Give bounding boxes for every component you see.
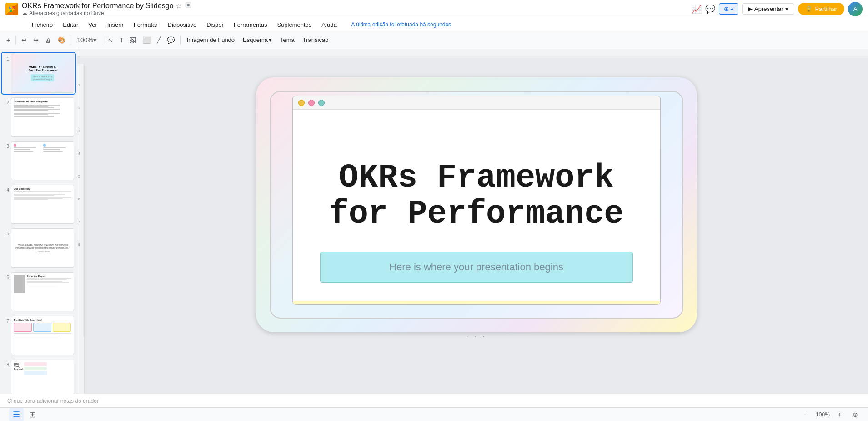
list-view-button[interactable]: ☰	[9, 408, 24, 421]
grid-view-button[interactable]: ⊞	[25, 408, 40, 421]
present-icon: ▶	[748, 5, 753, 12]
add-toolbar-button[interactable]: +	[4, 35, 13, 46]
zoom-out-button[interactable]: −	[801, 409, 810, 420]
slide-preview-1: OKRs Frameworkfor Performance Here is wh…	[11, 54, 74, 93]
slide-num-5: 5	[3, 228, 9, 236]
cloud-status-text: Alterações guardadas no Drive	[29, 10, 104, 16]
notes-placeholder: Clique para adicionar notas do orador	[7, 398, 99, 404]
share-label: Partilhar	[815, 5, 837, 12]
three-dots-indicator: · · ·	[466, 332, 487, 341]
toolbar: + ↩ ↪ 🖨 🎨 100% ▾ ↖ T 🖼 ⬜ ╱ 💬 Imagem de F…	[0, 31, 868, 49]
trend-icon[interactable]: 📈	[692, 4, 702, 14]
notes-area[interactable]: Clique para adicionar notas do orador	[0, 394, 868, 407]
browser-dot-teal	[318, 100, 325, 106]
image-button[interactable]: 🖼	[127, 35, 139, 46]
slide-canvas[interactable]: OKRs Framework for Performance Here is w…	[256, 77, 697, 332]
slide-canvas-wrapper: 1 2 3 4 5 6 7 8	[77, 64, 868, 394]
menu-ajuda[interactable]: Ajuda	[317, 20, 341, 29]
zoom-button[interactable]: 100% ▾	[74, 35, 99, 46]
browser-window[interactable]: OKRs Framework for Performance Here is w…	[292, 96, 661, 305]
browser-dot-yellow	[298, 100, 305, 106]
star-icon[interactable]: ☆	[176, 2, 182, 10]
svg-text:7: 7	[78, 220, 80, 223]
menu-suplementos[interactable]: Suplementos	[272, 20, 316, 29]
menu-ver[interactable]: Ver	[84, 20, 102, 29]
comment-toolbar-button[interactable]: 💬	[164, 35, 177, 46]
shape-button[interactable]: ⬜	[140, 35, 153, 46]
svg-text:6: 6	[78, 198, 80, 201]
slide-num-3: 3	[3, 141, 9, 149]
view-buttons: ☰ ⊞	[7, 406, 41, 421]
slide-thumb-1[interactable]: 1 OKRs Frameworkfor Performance Here is …	[2, 53, 75, 94]
paint-format-button[interactable]: 🎨	[55, 35, 68, 46]
transition-label[interactable]: Transição	[299, 35, 332, 45]
slide-thumb-7[interactable]: 7 The Slide Title Goes Here!	[2, 315, 75, 356]
menu-editar[interactable]: Editar	[58, 20, 83, 29]
menu-formatar[interactable]: Formatar	[129, 20, 162, 29]
bg-label[interactable]: Imagem de Fundo	[183, 35, 239, 45]
slide-thumb-2[interactable]: 2 Contents of This Template	[2, 96, 75, 137]
menu-diapositivo[interactable]: Diapositivo	[163, 20, 201, 29]
cursor-button[interactable]: ↖	[105, 35, 116, 46]
menu-inserir[interactable]: Inserir	[103, 20, 128, 29]
bottom-bar: ☰ ⊞ − 100% + ⊕	[0, 407, 868, 421]
slide-preview-6: About the Project	[11, 272, 74, 311]
slide-main-title[interactable]: OKRs Framework for Performance	[302, 160, 651, 232]
slide-num-6: 6	[3, 272, 9, 280]
slide-thumb-8[interactable]: 8 Stop,Start,Proceed	[2, 359, 75, 394]
main-area: 1 OKRs Frameworkfor Performance Here is …	[0, 49, 868, 394]
svg-point-2	[187, 4, 190, 6]
slide-num-8: 8	[3, 360, 9, 367]
slide-num-7: 7	[3, 316, 9, 324]
canvas-area: -1 0 1 2 3 4 5 6 7 8 9 1	[77, 49, 868, 394]
undo-button[interactable]: ↩	[19, 35, 30, 46]
print-button[interactable]: 🖨	[42, 35, 54, 46]
comment-icon-top[interactable]: 💬	[705, 4, 715, 14]
toolbar-sep-4	[180, 36, 181, 45]
user-avatar[interactable]: A	[848, 2, 863, 16]
present-label: Apresentar	[754, 5, 783, 12]
menu-ficheiro[interactable]: Ficheiro	[27, 20, 57, 29]
ruler-vertical: 1 2 3 4 5 6 7 8	[77, 64, 85, 394]
app-logo[interactable]	[5, 3, 18, 15]
share-button[interactable]: 🔒 Partilhar	[798, 3, 844, 15]
doc-title-row: OKRs Framework for Performance by Slides…	[22, 1, 688, 10]
doc-title[interactable]: OKRs Framework for Performance by Slides…	[22, 2, 173, 10]
zoom-value: 100%	[77, 36, 93, 44]
browser-dot-pink	[308, 100, 315, 106]
svg-text:1: 1	[78, 84, 80, 87]
bottom-right-actions: − 100% + ⊕	[801, 409, 861, 420]
fit-screen-button[interactable]: ⊕	[850, 409, 861, 420]
slide-thumb-5[interactable]: 5 "This is a quote, words full of wisdom…	[2, 228, 75, 269]
line-button[interactable]: ╱	[154, 35, 163, 46]
slide-thumb-3[interactable]: 3	[2, 140, 75, 181]
toolbar-sep-1	[15, 36, 16, 45]
toolbar-sep-3	[102, 36, 102, 45]
slide-num-4: 4	[3, 185, 9, 193]
slide-thumb-4[interactable]: 4 Our Company	[2, 184, 75, 225]
present-button[interactable]: ▶ Apresentar ▾	[742, 3, 794, 15]
add-slide-button[interactable]: ⊕ +	[719, 3, 738, 15]
subtitle-text: Here is where your presentation begins	[389, 261, 563, 273]
slide-num-1: 1	[3, 54, 9, 61]
subtitle-box[interactable]: Here is where your presentation begins	[320, 252, 633, 283]
slide-thumb-6[interactable]: 6 About the Project	[2, 271, 75, 312]
add-slide-icon: ⊕	[724, 5, 729, 12]
redo-button[interactable]: ↪	[30, 35, 41, 46]
canvas-scroll[interactable]: OKRs Framework for Performance Here is w…	[85, 64, 868, 394]
text-button[interactable]: T	[117, 35, 126, 46]
slide-preview-4: Our Company	[11, 185, 74, 224]
present-arrow-icon: ▾	[785, 5, 788, 12]
scheme-label[interactable]: Esquema ▾	[239, 35, 276, 45]
menu-ferramentas[interactable]: Ferramentas	[229, 20, 272, 29]
slide-preview-7: The Slide Title Goes Here!	[11, 316, 74, 355]
theme-label[interactable]: Tema	[276, 35, 298, 45]
add-slide-label: +	[731, 6, 733, 12]
menu-dispor[interactable]: Dispor	[202, 20, 228, 29]
zoom-in-button[interactable]: +	[835, 409, 844, 420]
top-bar: OKRs Framework for Performance by Slides…	[0, 0, 868, 18]
svg-text:4: 4	[78, 152, 80, 155]
slides-panel: 1 OKRs Frameworkfor Performance Here is …	[0, 49, 77, 394]
svg-text:5: 5	[78, 175, 80, 178]
drive-icon[interactable]	[185, 1, 192, 10]
